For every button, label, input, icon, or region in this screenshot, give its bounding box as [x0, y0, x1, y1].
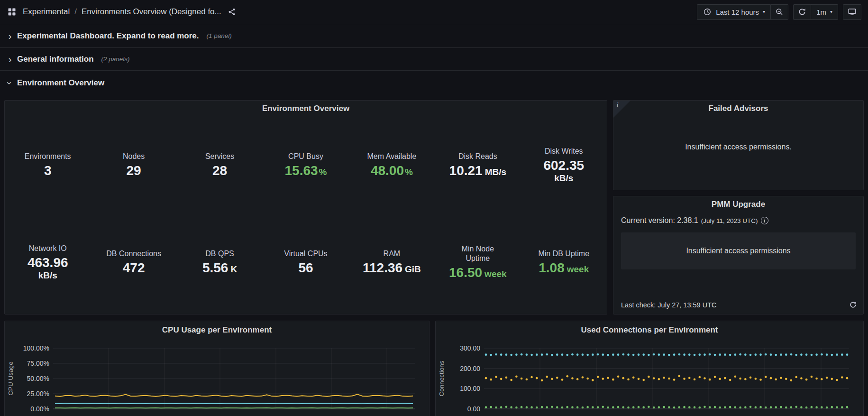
time-range-picker[interactable]: Last 12 hours ▾ — [697, 4, 771, 20]
stat-label: DB Connections — [106, 249, 161, 259]
stat-min-db-uptime: Min DB Uptime1.08week — [521, 249, 607, 276]
y-tick-label: 100.00% — [23, 344, 49, 352]
refresh-interval-label: 1m — [816, 8, 826, 16]
stat-label: Services — [205, 152, 234, 161]
refresh-icon[interactable] — [849, 300, 858, 309]
stat-label: Min DB Uptime — [538, 249, 589, 259]
y-axis-label: Connections — [436, 346, 447, 411]
breadcrumb-folder[interactable]: Experimental — [23, 7, 70, 17]
failed-advisors-message: Insufficient access permissions. — [613, 117, 863, 177]
row-title: Experimental Dashboard. Expand to read m… — [17, 31, 199, 41]
stat-value: 1.08week — [539, 260, 589, 276]
stat-label: Virtual CPUs — [284, 249, 327, 259]
y-axis-label: CPU Usage — [5, 346, 16, 411]
y-tick-label: 25.00% — [27, 390, 49, 398]
share-icon[interactable] — [227, 7, 237, 17]
panel-failed-advisors: i Failed Advisors Insufficient access pe… — [613, 100, 864, 190]
zoom-out-icon — [775, 7, 784, 17]
stat-label: Mem Available — [367, 152, 417, 161]
clock-icon — [703, 7, 712, 17]
chart-body: CPU Usage 100.00%75.00%50.00%25.00%0.00% — [5, 346, 429, 411]
panel-title[interactable]: Failed Advisors — [613, 101, 863, 117]
stat-min-node-uptime: Min Node Uptime16.50week — [435, 244, 521, 280]
cpu-usage-chart — [53, 346, 415, 411]
stat-value: 56 — [298, 260, 313, 276]
refresh-button[interactable] — [793, 4, 811, 20]
zoom-out-button[interactable] — [771, 4, 788, 20]
breadcrumb: Experimental / Environments Overview (De… — [23, 7, 221, 17]
stat-value: 15.63% — [284, 163, 327, 178]
pmm-footer: Last check: July 27, 13:59 UTC — [621, 300, 858, 309]
stat-label: DB QPS — [205, 249, 234, 259]
row-environment-overview[interactable]: › Environment Overview — [0, 71, 868, 92]
panel-title[interactable]: CPU Usage per Environment — [5, 321, 429, 339]
stat-value: 472 — [123, 260, 145, 276]
stat-value: 602.35kB/s — [543, 157, 584, 184]
info-icon[interactable]: i — [761, 217, 768, 224]
panel-title[interactable]: PMM Upgrade — [621, 196, 856, 213]
stat-services: Services28 — [177, 152, 263, 178]
y-tick-label: 0.00% — [30, 405, 49, 413]
stat-value: 16.50week — [449, 265, 507, 280]
refresh-icon — [797, 7, 807, 17]
stat-db-qps: DB QPS5.56K — [177, 249, 263, 276]
stat-cpu-busy: CPU Busy15.63% — [263, 152, 348, 178]
pmm-version-date: (July 11, 2023 UTC) — [701, 217, 758, 224]
chevron-right-icon: › — [7, 55, 13, 64]
row-title: General information — [17, 55, 94, 64]
stat-value: 28 — [212, 163, 227, 178]
stat-value: 48.00% — [371, 163, 413, 178]
panel-info-corner-icon[interactable]: i — [613, 101, 630, 118]
pmm-upgrade-message: Insufficient access permissions — [686, 247, 790, 255]
stat-nodes: Nodes29 — [91, 152, 176, 178]
chevron-down-icon: ▾ — [830, 9, 832, 14]
stats-row-1: Environments3Nodes29Services28CPU Busy15… — [5, 117, 607, 214]
monitor-icon — [847, 7, 857, 17]
dashboards-grid-icon[interactable] — [7, 7, 17, 17]
pmm-last-check: Last check: July 27, 13:59 UTC — [621, 301, 717, 309]
stat-label: Min Node Uptime — [457, 244, 498, 263]
chevron-right-icon: › — [7, 31, 13, 41]
chevron-down-icon: ▾ — [763, 9, 765, 14]
pmm-upgrade-message-box: Insufficient access permissions — [621, 232, 856, 269]
time-range-label: Last 12 hours — [716, 8, 759, 16]
row-title: Environment Overview — [17, 78, 104, 88]
stat-label: Disk Writes — [545, 147, 583, 156]
y-axis-ticks: 300.00200.00100.000.00 — [447, 346, 484, 411]
stat-db-connections: DB Connections472 — [91, 249, 176, 276]
breadcrumb-current: Environments Overview (Designed fo... — [82, 7, 221, 17]
y-tick-label: 50.00% — [27, 375, 49, 382]
kiosk-mode-button[interactable] — [843, 4, 861, 20]
stat-label: Nodes — [123, 152, 145, 161]
stat-value: 3 — [44, 163, 52, 178]
stat-label: Environments — [25, 152, 71, 161]
stat-label: Network IO — [29, 244, 67, 253]
stats-grid: Environments3Nodes29Services28CPU Busy15… — [5, 117, 607, 311]
stat-network-io: Network IO463.96kB/s — [5, 244, 91, 281]
y-tick-label: 75.00% — [27, 360, 49, 367]
stat-value: 29 — [127, 163, 141, 178]
row-general-information[interactable]: › General information (2 panels) — [0, 48, 868, 71]
stat-value: 112.36GiB — [363, 260, 421, 276]
row-panel-count: (2 panels) — [101, 55, 130, 63]
pmm-current-version: Current version: 2.38.1 (July 11, 2023 U… — [621, 216, 856, 225]
refresh-interval-picker[interactable]: 1m ▾ — [811, 4, 838, 20]
stat-label: CPU Busy — [288, 152, 323, 161]
pmm-version-text: Current version: 2.38.1 — [621, 216, 698, 225]
stat-value: 10.21MB/s — [449, 163, 506, 178]
panel-environment-overview: Environment Overview Environments3Nodes2… — [4, 100, 607, 314]
row-experimental-dashboard[interactable]: › Experimental Dashboard. Expand to read… — [0, 24, 868, 48]
y-axis-ticks: 100.00%75.00%50.00%25.00%0.00% — [16, 346, 53, 411]
y-tick-label: 200.00 — [460, 365, 480, 372]
y-tick-label: 100.00 — [460, 385, 480, 392]
used-connections-chart — [484, 346, 849, 411]
stat-label: RAM — [384, 249, 401, 259]
panel-title[interactable]: Environment Overview — [5, 101, 607, 117]
stat-value: 5.56K — [202, 260, 237, 276]
stats-row-2: Network IO463.96kB/sDB Connections472DB … — [5, 214, 607, 311]
chevron-down-icon: › — [5, 80, 15, 86]
panel-cpu-usage-per-environment: CPU Usage per Environment CPU Usage 100.… — [4, 321, 429, 416]
panel-title[interactable]: Used Connections per Environment — [436, 321, 863, 339]
stat-mem-available: Mem Available48.00% — [349, 152, 435, 178]
y-tick-label: 300.00 — [460, 344, 480, 352]
